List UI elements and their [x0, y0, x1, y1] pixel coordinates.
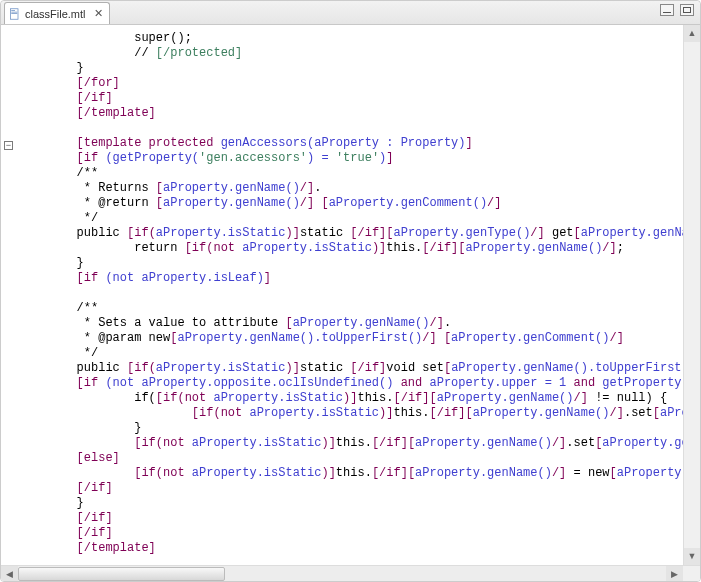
code-line: * @return [aProperty.genName()/] [aPrope… — [19, 196, 683, 211]
code-line: } — [19, 421, 683, 436]
code-line: [/template] — [19, 541, 683, 556]
code-line: } — [19, 496, 683, 511]
code-line: /** — [19, 166, 683, 181]
minimize-button[interactable] — [660, 4, 674, 16]
code-line: [if(not aProperty.isStatic)]this.[/if][a… — [19, 436, 683, 451]
code-line: [if (not aProperty.isLeaf)] — [19, 271, 683, 286]
code-line: [/if] — [19, 481, 683, 496]
code-line: [/if] — [19, 526, 683, 541]
code-line: /** — [19, 301, 683, 316]
code-line: * Sets a value to attribute [aProperty.g… — [19, 316, 683, 331]
code-line: [/template] — [19, 106, 683, 121]
horizontal-scrollbar[interactable]: ◀ ▶ — [1, 565, 700, 582]
code-line: [if (getProperty('gen.accessors') = 'tru… — [19, 151, 683, 166]
scroll-up-icon[interactable]: ▲ — [684, 25, 700, 42]
code-line: * @param new[aProperty.genName().toUpper… — [19, 331, 683, 346]
code-line: public [if(aProperty.isStatic)]static [/… — [19, 226, 683, 241]
editor-tab-bar: classFile.mtl ✕ — [1, 1, 700, 25]
code-line: [if(not aProperty.isStatic)]this.[/if][a… — [19, 406, 683, 421]
code-line: [/if] — [19, 511, 683, 526]
fold-toggle[interactable]: − — [4, 141, 13, 150]
code-line — [19, 121, 683, 136]
window-controls — [660, 4, 694, 16]
code-line: super(); — [19, 31, 683, 46]
code-line: [template protected genAccessors(aProper… — [19, 136, 683, 151]
vertical-scrollbar[interactable]: ▲ ▼ — [683, 25, 700, 565]
file-icon — [9, 8, 21, 20]
maximize-button[interactable] — [680, 4, 694, 16]
code-line: // [/protected] — [19, 46, 683, 61]
code-line: public [if(aProperty.isStatic)]static [/… — [19, 361, 683, 376]
file-tab[interactable]: classFile.mtl ✕ — [4, 2, 110, 24]
scroll-left-icon[interactable]: ◀ — [1, 566, 18, 582]
code-line: [if(not aProperty.isStatic)]this.[/if][a… — [19, 466, 683, 481]
file-tab-label: classFile.mtl — [25, 8, 86, 20]
scrollbar-corner — [683, 566, 700, 582]
hscroll-thumb[interactable] — [18, 567, 225, 581]
code-line: } — [19, 61, 683, 76]
code-line: [else] — [19, 451, 683, 466]
code-line: [if (not aProperty.opposite.oclIsUndefin… — [19, 376, 683, 391]
code-line: } — [19, 256, 683, 271]
code-line: if([if(not aProperty.isStatic)]this.[/if… — [19, 391, 683, 406]
code-viewport[interactable]: super(); // [/protected] } [/for] [/if] … — [19, 25, 683, 565]
svg-rect-2 — [11, 11, 17, 12]
code-line: */ — [19, 211, 683, 226]
editor-area: − super(); // [/protected] } [/for] [/if… — [1, 25, 700, 565]
code-line: */ — [19, 346, 683, 361]
code-line: [/for] — [19, 76, 683, 91]
code-line: * Returns [aProperty.genName()/]. — [19, 181, 683, 196]
code-line — [19, 286, 683, 301]
svg-rect-1 — [11, 10, 15, 11]
close-icon[interactable]: ✕ — [94, 8, 103, 19]
code-content: super(); // [/protected] } [/for] [/if] … — [19, 25, 683, 562]
scroll-right-icon[interactable]: ▶ — [666, 566, 683, 582]
svg-rect-3 — [11, 13, 17, 14]
hscroll-track[interactable] — [18, 566, 666, 582]
scroll-down-icon[interactable]: ▼ — [684, 548, 700, 565]
code-line: [/if] — [19, 91, 683, 106]
fold-gutter: − — [1, 25, 19, 565]
code-line: return [if(not aProperty.isStatic)]this.… — [19, 241, 683, 256]
